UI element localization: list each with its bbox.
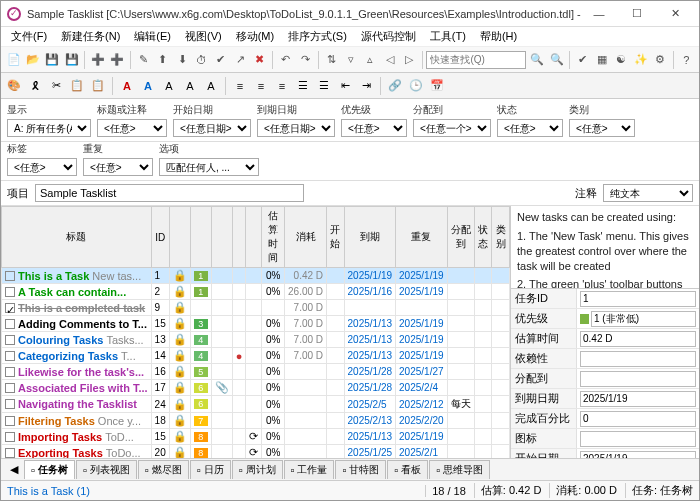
- minimize-button[interactable]: —: [581, 4, 617, 24]
- checkbox-icon[interactable]: [5, 367, 15, 377]
- view-tab[interactable]: ▫甘特图: [335, 460, 386, 479]
- outdent-icon[interactable]: ⇤: [336, 77, 354, 95]
- checkbox-icon[interactable]: [5, 432, 15, 442]
- prop-value[interactable]: [580, 291, 696, 307]
- filter-display[interactable]: A: 所有任务(A): [7, 119, 91, 137]
- collapse-icon[interactable]: ▵: [362, 50, 379, 70]
- prop-value[interactable]: [580, 371, 696, 387]
- checkbox-icon[interactable]: [5, 335, 15, 345]
- check-icon[interactable]: ✔: [212, 50, 229, 70]
- checkbox-icon[interactable]: [5, 416, 15, 426]
- min-prio-icon[interactable]: ⬇: [174, 50, 191, 70]
- menu-item[interactable]: 工具(T): [424, 27, 472, 46]
- menu-item[interactable]: 视图(V): [179, 27, 228, 46]
- help-icon[interactable]: ?: [678, 50, 695, 70]
- prop-value[interactable]: [591, 311, 696, 327]
- prop-value[interactable]: [580, 411, 696, 427]
- view-tab[interactable]: ▫任务树: [24, 460, 75, 479]
- column-header[interactable]: 到期: [344, 207, 396, 268]
- menu-item[interactable]: 新建任务(N): [55, 27, 126, 46]
- column-header[interactable]: 类别: [492, 207, 510, 268]
- prop-value[interactable]: [580, 331, 696, 347]
- filter-cat[interactable]: <任意>: [569, 119, 635, 137]
- view-tab[interactable]: ▫日历: [190, 460, 231, 479]
- new-file-icon[interactable]: 📄: [5, 50, 22, 70]
- wand-icon[interactable]: ✨: [632, 50, 649, 70]
- column-header[interactable]: [246, 207, 262, 268]
- column-header[interactable]: 状态: [475, 207, 492, 268]
- checkbox-icon[interactable]: [5, 271, 15, 281]
- column-header[interactable]: 分配到: [447, 207, 474, 268]
- menu-item[interactable]: 帮助(H): [474, 27, 523, 46]
- open-icon[interactable]: 📂: [24, 50, 41, 70]
- filter-tag[interactable]: <任意>: [7, 158, 77, 176]
- menu-item[interactable]: 编辑(E): [128, 27, 177, 46]
- palette-icon[interactable]: 🎨: [5, 77, 23, 95]
- table-row[interactable]: Colouring Tasks Tasks...13🔒40%7.00 D2025…: [2, 332, 510, 348]
- new-subtask-icon[interactable]: ➕: [109, 50, 126, 70]
- next-icon[interactable]: ▷: [400, 50, 417, 70]
- prev-icon[interactable]: ◁: [381, 50, 398, 70]
- table-row[interactable]: This is a Task New tas...1🔒10%0.42 D2025…: [2, 268, 510, 284]
- maximize-button[interactable]: ☐: [619, 4, 655, 24]
- checkbox-icon[interactable]: [5, 351, 15, 361]
- align-right-icon[interactable]: ≡: [273, 77, 291, 95]
- column-header[interactable]: [232, 207, 246, 268]
- prop-value[interactable]: [580, 351, 696, 367]
- column-header[interactable]: [211, 207, 232, 268]
- table-row[interactable]: Importing Tasks ToD...15🔒8⟳0%2025/1/1320…: [2, 429, 510, 445]
- prop-value[interactable]: [580, 431, 696, 447]
- view-tab[interactable]: ▫燃尽图: [138, 460, 189, 479]
- checkbox-icon[interactable]: [5, 319, 15, 329]
- filter-start[interactable]: <任意日期>: [173, 119, 251, 137]
- comment-body[interactable]: New tasks can be created using:1. The 'N…: [511, 206, 699, 288]
- task-grid[interactable]: 标题ID估算时间消耗开始到期重复分配到状态类别 This is a Task N…: [1, 206, 510, 458]
- project-input[interactable]: [35, 184, 304, 202]
- align-left-icon[interactable]: ≡: [231, 77, 249, 95]
- save-all-icon[interactable]: 💾: [63, 50, 80, 70]
- list-icon[interactable]: ☰: [294, 77, 312, 95]
- columns-icon[interactable]: ▦: [593, 50, 610, 70]
- align-center-icon[interactable]: ≡: [252, 77, 270, 95]
- table-row[interactable]: Likewise for the task's...16🔒50%2025/1/2…: [2, 364, 510, 380]
- prop-value[interactable]: [580, 451, 696, 459]
- find-dlg-icon[interactable]: 🔍: [548, 50, 565, 70]
- filter-assign[interactable]: <任意一个>: [413, 119, 491, 137]
- view-tab[interactable]: ▫看板: [387, 460, 428, 479]
- column-header[interactable]: 标题: [2, 207, 152, 268]
- indent-icon[interactable]: ⇥: [357, 77, 375, 95]
- checkbox-icon[interactable]: ✓: [5, 303, 15, 313]
- numlist-icon[interactable]: ☰: [315, 77, 333, 95]
- filter-opt[interactable]: 匹配任何人, ...: [159, 158, 259, 176]
- cut-icon[interactable]: ✂: [47, 77, 65, 95]
- column-header[interactable]: 开始: [327, 207, 344, 268]
- table-row[interactable]: Navigating the Tasklist24🔒60%2025/2/5202…: [2, 396, 510, 413]
- column-header[interactable]: 消耗: [285, 207, 327, 268]
- checkbox-icon[interactable]: [5, 448, 15, 458]
- fmt-a-icon[interactable]: A: [118, 77, 136, 95]
- date-icon[interactable]: 📅: [428, 77, 446, 95]
- ribbon-icon[interactable]: 🎗: [26, 77, 44, 95]
- column-header[interactable]: ID: [151, 207, 169, 268]
- checkbox-icon[interactable]: [5, 383, 15, 393]
- quick-find-input[interactable]: [426, 51, 526, 69]
- timer-icon[interactable]: ⏱: [193, 50, 210, 70]
- table-row[interactable]: A Task can contain...2🔒10%26.00 D2025/1/…: [2, 284, 510, 300]
- checkbox-icon[interactable]: [5, 399, 15, 409]
- view-tab[interactable]: ▫周计划: [232, 460, 283, 479]
- save-icon[interactable]: 💾: [44, 50, 61, 70]
- expand-icon[interactable]: ▿: [342, 50, 359, 70]
- goto-icon[interactable]: ↗: [232, 50, 249, 70]
- column-header[interactable]: 重复: [396, 207, 448, 268]
- fmt-d-icon[interactable]: A: [181, 77, 199, 95]
- view-tab[interactable]: ▫工作量: [284, 460, 335, 479]
- fmt-c-icon[interactable]: A: [160, 77, 178, 95]
- menu-item[interactable]: 源代码控制: [355, 27, 422, 46]
- column-header[interactable]: [169, 207, 190, 268]
- filter-prio[interactable]: <任意>: [341, 119, 407, 137]
- table-row[interactable]: ✓This is a completed task9🔒7.00 D: [2, 300, 510, 316]
- filter-recur[interactable]: <任意>: [83, 158, 153, 176]
- view-tab[interactable]: ▫思维导图: [429, 460, 490, 479]
- table-row[interactable]: Categorizing Tasks T...14🔒4●0%7.00 D2025…: [2, 348, 510, 364]
- view-tab[interactable]: ▫列表视图: [76, 460, 137, 479]
